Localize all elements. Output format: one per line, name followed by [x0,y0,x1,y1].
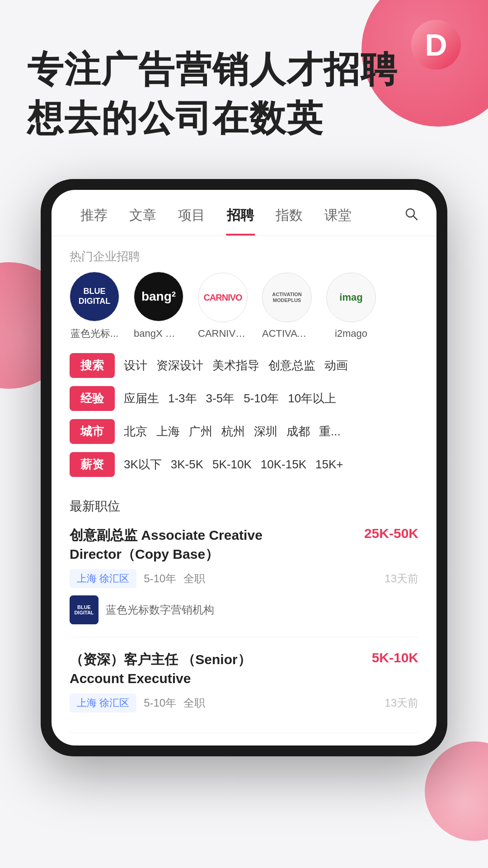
job-type-2: 全职 [183,696,205,710]
company-logo-text-carnivo: CARNIVO [203,292,242,303]
filter-tag-beijing[interactable]: 北京 [124,424,147,439]
filter-badge-experience[interactable]: 经验 [70,386,115,411]
company-item-i2mago[interactable]: imag i2mago [326,273,376,340]
filter-badge-search[interactable]: 搜索 [70,353,115,378]
company-name-i2mago: i2mago [335,328,367,340]
company-logo-small-text-1: BLUEDIGITAL [74,604,94,615]
tab-course[interactable]: 课堂 [314,206,362,236]
company-name-bangx: bangX 上海 [134,327,183,340]
company-logo-carnivo: CARNIVO [198,273,248,322]
filter-row-salary: 薪资 3K以下 3K-5K 5K-10K 10K-15K 15K+ [70,452,418,477]
filter-tag-3k-5k[interactable]: 3K-5K [171,458,203,472]
filter-tag-3k-below[interactable]: 3K以下 [124,457,162,472]
filter-tag-creative-director[interactable]: 创意总监 [268,358,315,373]
hot-companies-label: 热门企业招聘 [52,236,436,272]
job-card-1[interactable]: 创意副总监 Associate Creative Director（Copy B… [70,526,418,637]
filter-tag-design[interactable]: 设计 [124,358,147,373]
filter-tag-10k-15k[interactable]: 10K-15K [261,458,306,472]
tab-project[interactable]: 项目 [167,206,216,236]
company-logo-i2mago: imag [326,273,376,322]
hero-title: 专注广告营销人才招聘 想去的公司在数英 [27,45,461,143]
company-logos-row: BLUEDIGITAL 蓝色光标... bang² bangX 上海 CARNI… [52,272,436,340]
filter-tag-more-cities[interactable]: 重... [319,424,341,439]
company-logo-text-blue-digital: BLUEDIGITAL [79,287,111,306]
company-item-bangx[interactable]: bang² bangX 上海 [134,272,183,340]
job-experience-1: 5-10年 [144,571,176,586]
filter-tag-shanghai[interactable]: 上海 [156,424,180,439]
bg-circle-bottom-right [425,741,488,841]
latest-jobs-title: 最新职位 [70,498,418,515]
job-meta-row-1: 上海 徐汇区 5-10年 全职 13天前 [70,569,418,588]
job-time-2: 13天前 [385,696,418,710]
filter-tag-senior-design[interactable]: 资深设计 [156,358,203,373]
company-item-carnivo[interactable]: CARNIVO CARNIVO... [198,273,248,340]
filter-tag-3-5[interactable]: 3-5年 [206,391,235,406]
company-name-activation: ACTIVATIO... [262,328,312,340]
tab-index[interactable]: 指数 [265,206,314,236]
tab-recruit[interactable]: 招聘 [216,206,265,236]
search-icon[interactable] [404,207,418,236]
job-salary-2: 5K-10K [372,650,418,665]
filter-section: 搜索 设计 资深设计 美术指导 创意总监 动画 经验 应届生 1-3年 3-5年… [52,340,436,477]
phone-mockup: 推荐 文章 项目 招聘 指数 课堂 热门企业招聘 [41,179,447,756]
filter-tag-animation[interactable]: 动画 [324,358,348,373]
phone-screen: 推荐 文章 项目 招聘 指数 课堂 热门企业招聘 [52,190,436,745]
filter-tag-chengdu[interactable]: 成都 [286,424,310,439]
job-meta-row-2: 上海 徐汇区 5-10年 全职 13天前 [70,693,418,712]
nav-tabs: 推荐 文章 项目 招聘 指数 课堂 [52,190,436,236]
company-name-blue-digital: 蓝色光标... [70,327,118,340]
job-experience-2: 5-10年 [144,696,176,710]
job-type-1: 全职 [183,571,205,586]
job-location-tag-2: 上海 徐汇区 [70,693,136,712]
filter-tag-15k-plus[interactable]: 15K+ [315,458,343,472]
tab-recommend[interactable]: 推荐 [70,206,118,236]
company-row-1: BLUEDIGITAL 蓝色光标数字营销机构 [70,595,418,624]
app-logo-letter: D [425,29,447,60]
filter-tag-hangzhou[interactable]: 杭州 [221,424,245,439]
job-card-2[interactable]: （资深）客户主任 （Senior） Account Executive 5K-1… [70,650,418,733]
filter-tag-guangzhou[interactable]: 广州 [189,424,212,439]
hero-line2: 想去的公司在数英 [27,94,461,143]
filter-tag-5-10[interactable]: 5-10年 [244,391,279,406]
filter-badge-city[interactable]: 城市 [70,419,115,444]
jobs-section: 最新职位 创意副总监 Associate Creative Director（C… [52,485,436,733]
company-logo-text-activation: ACTIVATIONMODEPLUS [272,292,302,303]
company-logo-bangx: bang² [134,272,183,321]
svg-line-1 [413,216,417,220]
filter-row-city: 城市 北京 上海 广州 杭州 深圳 成都 重... [70,419,418,444]
filter-tag-fresh[interactable]: 应届生 [124,391,159,406]
app-logo-badge: D [411,20,461,70]
filter-tag-5k-10k[interactable]: 5K-10K [212,458,252,472]
job-title-1: 创意副总监 Associate Creative Director（Copy B… [70,526,305,564]
job-title-row-1: 创意副总监 Associate Creative Director（Copy B… [70,526,418,564]
company-logo-blue-digital: BLUEDIGITAL [70,272,119,321]
phone-outer: 推荐 文章 项目 招聘 指数 课堂 热门企业招聘 [41,179,447,756]
company-logo-text-i2mago: imag [339,292,362,303]
job-title-row-2: （资深）客户主任 （Senior） Account Executive 5K-1… [70,650,418,688]
company-logo-small-1: BLUEDIGITAL [70,595,99,624]
company-name-carnivo: CARNIVO... [198,328,248,340]
hero-line1: 专注广告营销人才招聘 [27,45,461,94]
company-item-blue-digital[interactable]: BLUEDIGITAL 蓝色光标... [70,272,119,340]
company-name-text-1: 蓝色光标数字营销机构 [106,603,214,617]
filter-tag-10plus[interactable]: 10年以上 [288,391,336,406]
job-time-1: 13天前 [385,571,418,586]
job-location-tag-1: 上海 徐汇区 [70,569,136,588]
filter-tag-art-director[interactable]: 美术指导 [212,358,259,373]
tab-article[interactable]: 文章 [118,206,167,236]
filter-badge-salary[interactable]: 薪资 [70,452,115,477]
filter-row-experience: 经验 应届生 1-3年 3-5年 5-10年 10年以上 [70,386,418,411]
hero-section: 专注广告营销人才招聘 想去的公司在数英 [0,0,488,143]
company-logo-text-bangx: bang² [141,289,176,304]
job-salary-1: 25K-50K [364,526,418,541]
filter-tag-1-3[interactable]: 1-3年 [168,391,197,406]
job-title-2: （资深）客户主任 （Senior） Account Executive [70,650,305,688]
filter-tag-shenzhen[interactable]: 深圳 [254,424,277,439]
company-logo-activation: ACTIVATIONMODEPLUS [262,273,312,322]
filter-row-search: 搜索 设计 资深设计 美术指导 创意总监 动画 [70,353,418,378]
company-item-activation[interactable]: ACTIVATIONMODEPLUS ACTIVATIO... [262,273,312,340]
